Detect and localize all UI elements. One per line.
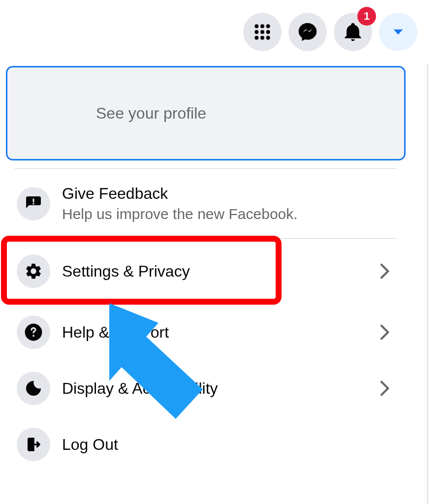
question-icon [24, 323, 43, 342]
menu-grid-button[interactable] [243, 13, 282, 51]
menu-item-logout[interactable]: Log Out [3, 420, 409, 469]
notification-badge: 1 [357, 7, 376, 26]
profile-subtitle: See your profile [96, 104, 206, 123]
svg-point-4 [260, 30, 264, 34]
messenger-icon [297, 21, 318, 43]
panel-right-border [427, 64, 428, 504]
svg-point-6 [254, 36, 258, 40]
profile-card[interactable]: See your profile [6, 66, 406, 160]
settings-icon-wrap [17, 254, 50, 288]
svg-point-12 [32, 335, 34, 337]
help-icon-wrap [17, 315, 50, 349]
svg-rect-10 [33, 203, 34, 204]
logout-icon-wrap [17, 428, 50, 461]
top-header: 1 [0, 0, 442, 64]
moon-icon [24, 379, 43, 398]
chevron-right-icon [374, 261, 394, 281]
logout-title: Log Out [62, 436, 394, 454]
caret-down-icon [390, 24, 406, 40]
settings-title: Settings & Privacy [62, 262, 374, 281]
svg-point-5 [266, 30, 270, 34]
svg-point-3 [254, 30, 258, 34]
settings-text: Settings & Privacy [62, 262, 374, 281]
feedback-title: Give Feedback [62, 185, 394, 203]
feedback-icon-wrap [17, 187, 50, 220]
feedback-icon [25, 195, 42, 213]
divider [15, 168, 397, 169]
svg-rect-9 [33, 198, 34, 202]
gear-icon [24, 262, 43, 281]
feedback-subtitle: Help us improve the new Facebook. [62, 206, 394, 222]
notifications-button[interactable]: 1 [334, 13, 372, 51]
svg-point-1 [260, 24, 264, 28]
logout-text: Log Out [62, 436, 394, 454]
display-icon-wrap [17, 372, 50, 405]
logout-icon [25, 436, 42, 453]
help-text: Help & Support [62, 323, 374, 342]
account-dropdown-button[interactable] [379, 13, 417, 51]
grid-icon [253, 22, 272, 42]
display-text: Display & Accessibility [62, 379, 374, 398]
account-dropdown-panel: See your profile Give Feedback Help us i… [3, 65, 409, 469]
chevron-right-icon [374, 378, 394, 398]
menu-item-help-support[interactable]: Help & Support [3, 308, 409, 357]
display-title: Display & Accessibility [62, 379, 374, 398]
svg-point-0 [254, 24, 258, 28]
chevron-right-icon [374, 322, 394, 342]
menu-item-feedback[interactable]: Give Feedback Help us improve the new Fa… [3, 177, 409, 230]
messenger-button[interactable] [288, 13, 327, 51]
bell-icon [342, 21, 364, 43]
feedback-text: Give Feedback Help us improve the new Fa… [62, 185, 394, 222]
svg-point-8 [266, 36, 270, 40]
menu-item-display-accessibility[interactable]: Display & Accessibility [3, 364, 409, 413]
help-title-right: ort [151, 323, 169, 341]
svg-point-2 [266, 24, 270, 28]
divider [15, 238, 397, 239]
help-title-left: Help & S [62, 323, 124, 341]
svg-point-7 [260, 36, 264, 40]
menu-item-settings-privacy[interactable]: Settings & Privacy [3, 247, 409, 296]
help-title: Help & Support [62, 323, 374, 342]
